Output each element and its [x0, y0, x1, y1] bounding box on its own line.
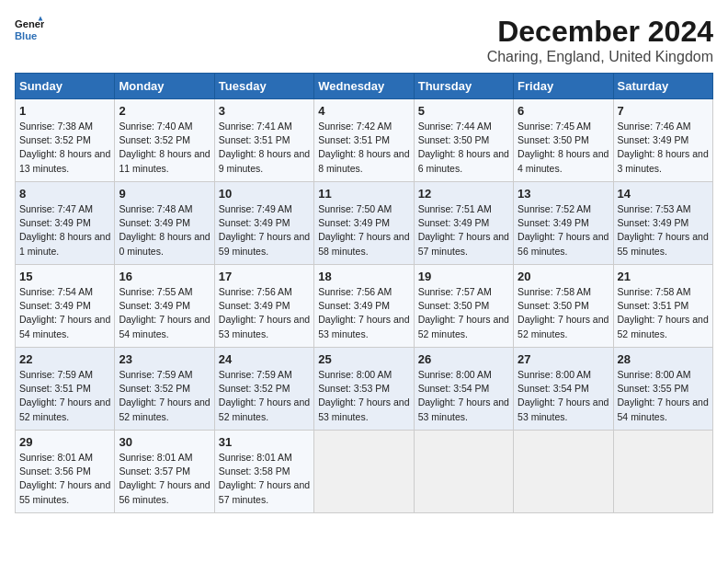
day-info: Sunrise: 7:58 AM Sunset: 3:51 PM Dayligh…: [618, 285, 709, 341]
calendar-cell: 17 Sunrise: 7:56 AM Sunset: 3:49 PM Dayl…: [214, 265, 313, 348]
calendar-week-row: 29 Sunrise: 8:01 AM Sunset: 3:56 PM Dayl…: [16, 431, 713, 513]
logo: General Blue: [15, 15, 44, 44]
sunrise-label: Sunrise: 7:38 AM: [19, 121, 93, 132]
day-info: Sunrise: 7:46 AM Sunset: 3:49 PM Dayligh…: [618, 120, 709, 176]
calendar-cell: 27 Sunrise: 8:00 AM Sunset: 3:54 PM Dayl…: [514, 348, 613, 431]
sunset-label: Sunset: 3:53 PM: [318, 383, 390, 394]
sunrise-label: Sunrise: 7:59 AM: [119, 369, 192, 380]
calendar-cell: 13 Sunrise: 7:52 AM Sunset: 3:49 PM Dayl…: [514, 182, 613, 265]
daylight-label: Daylight: 8 hours and 4 minutes.: [518, 148, 609, 173]
calendar-cell: 22 Sunrise: 7:59 AM Sunset: 3:51 PM Dayl…: [16, 348, 115, 431]
day-info: Sunrise: 8:00 AM Sunset: 3:54 PM Dayligh…: [418, 368, 509, 424]
calendar-cell: 15 Sunrise: 7:54 AM Sunset: 3:49 PM Dayl…: [16, 265, 115, 348]
sunset-label: Sunset: 3:49 PM: [119, 217, 190, 228]
sunset-label: Sunset: 3:52 PM: [119, 383, 190, 394]
daylight-label: Daylight: 8 hours and 6 minutes.: [418, 148, 509, 173]
daylight-label: Daylight: 7 hours and 54 minutes.: [19, 314, 110, 339]
day-info: Sunrise: 8:00 AM Sunset: 3:53 PM Dayligh…: [318, 368, 409, 424]
sunset-label: Sunset: 3:51 PM: [618, 300, 689, 311]
calendar-cell: 7 Sunrise: 7:46 AM Sunset: 3:49 PM Dayli…: [613, 99, 712, 182]
calendar-cell: 4 Sunrise: 7:42 AM Sunset: 3:51 PM Dayli…: [314, 99, 414, 182]
calendar-cell: 20 Sunrise: 7:58 AM Sunset: 3:50 PM Dayl…: [514, 265, 613, 348]
sunrise-label: Sunrise: 7:42 AM: [318, 121, 392, 132]
sunrise-label: Sunrise: 7:41 AM: [219, 121, 292, 132]
calendar-week-row: 22 Sunrise: 7:59 AM Sunset: 3:51 PM Dayl…: [16, 348, 713, 431]
daylight-label: Daylight: 7 hours and 53 minutes.: [318, 396, 409, 421]
daylight-label: Daylight: 8 hours and 1 minute.: [19, 231, 110, 256]
sunset-label: Sunset: 3:57 PM: [119, 465, 190, 477]
calendar-cell: 28 Sunrise: 8:00 AM Sunset: 3:55 PM Dayl…: [613, 348, 712, 431]
sunset-label: Sunset: 3:55 PM: [618, 383, 689, 394]
day-number: 27: [518, 352, 609, 366]
day-number: 14: [618, 187, 709, 201]
sunset-label: Sunset: 3:49 PM: [19, 217, 91, 228]
daylight-label: Daylight: 7 hours and 54 minutes.: [618, 396, 709, 421]
day-number: 15: [19, 270, 110, 283]
header-day-thursday: Thursday: [414, 74, 513, 99]
sunrise-label: Sunrise: 7:58 AM: [618, 286, 691, 297]
day-info: Sunrise: 8:01 AM Sunset: 3:56 PM Dayligh…: [19, 451, 110, 507]
day-number: 3: [219, 104, 310, 118]
day-number: 31: [219, 435, 310, 449]
day-info: Sunrise: 8:01 AM Sunset: 3:58 PM Dayligh…: [219, 451, 310, 507]
calendar-cell: 16 Sunrise: 7:55 AM Sunset: 3:49 PM Dayl…: [115, 265, 214, 348]
day-number: 16: [119, 270, 210, 283]
svg-text:Blue: Blue: [15, 30, 37, 41]
daylight-label: Daylight: 8 hours and 0 minutes.: [119, 231, 210, 256]
day-info: Sunrise: 7:40 AM Sunset: 3:52 PM Dayligh…: [119, 120, 210, 176]
calendar-cell: 8 Sunrise: 7:47 AM Sunset: 3:49 PM Dayli…: [16, 182, 115, 265]
day-number: 26: [418, 352, 509, 366]
calendar-header-row: SundayMondayTuesdayWednesdayThursdayFrid…: [16, 74, 713, 99]
day-number: 10: [219, 187, 310, 201]
day-info: Sunrise: 7:38 AM Sunset: 3:52 PM Dayligh…: [19, 120, 110, 176]
day-number: 25: [318, 352, 409, 366]
sunrise-label: Sunrise: 7:58 AM: [518, 286, 591, 297]
calendar-cell: 5 Sunrise: 7:44 AM Sunset: 3:50 PM Dayli…: [414, 99, 513, 182]
day-number: 28: [618, 352, 709, 366]
daylight-label: Daylight: 7 hours and 52 minutes.: [19, 396, 110, 421]
calendar-cell: 3 Sunrise: 7:41 AM Sunset: 3:51 PM Dayli…: [214, 99, 313, 182]
header-day-saturday: Saturday: [613, 74, 712, 99]
day-number: 12: [418, 187, 509, 201]
day-info: Sunrise: 7:59 AM Sunset: 3:52 PM Dayligh…: [219, 368, 310, 424]
day-number: 23: [119, 352, 210, 366]
header: General Blue December 2024 Charing, Engl…: [15, 15, 713, 65]
sunrise-label: Sunrise: 7:57 AM: [418, 286, 492, 297]
daylight-label: Daylight: 7 hours and 56 minutes.: [518, 231, 609, 256]
sunset-label: Sunset: 3:52 PM: [219, 383, 290, 394]
calendar-table: SundayMondayTuesdayWednesdayThursdayFrid…: [15, 73, 713, 513]
sunrise-label: Sunrise: 8:00 AM: [318, 369, 392, 380]
calendar-cell: 30 Sunrise: 8:01 AM Sunset: 3:57 PM Dayl…: [115, 431, 214, 513]
calendar-week-row: 15 Sunrise: 7:54 AM Sunset: 3:49 PM Dayl…: [16, 265, 713, 348]
calendar-cell: [314, 431, 414, 513]
daylight-label: Daylight: 7 hours and 55 minutes.: [19, 479, 110, 504]
day-info: Sunrise: 7:56 AM Sunset: 3:49 PM Dayligh…: [318, 285, 409, 341]
day-info: Sunrise: 7:59 AM Sunset: 3:52 PM Dayligh…: [119, 368, 210, 424]
sunrise-label: Sunrise: 7:48 AM: [119, 203, 192, 214]
sunrise-label: Sunrise: 7:55 AM: [119, 286, 192, 297]
sunset-label: Sunset: 3:52 PM: [119, 134, 190, 145]
daylight-label: Daylight: 7 hours and 52 minutes.: [219, 396, 310, 421]
day-number: 18: [318, 270, 409, 283]
day-info: Sunrise: 7:53 AM Sunset: 3:49 PM Dayligh…: [618, 202, 709, 259]
calendar-week-row: 1 Sunrise: 7:38 AM Sunset: 3:52 PM Dayli…: [16, 99, 713, 182]
sunset-label: Sunset: 3:49 PM: [318, 300, 390, 311]
location-title: Charing, England, United Kingdom: [487, 49, 713, 65]
day-info: Sunrise: 7:57 AM Sunset: 3:50 PM Dayligh…: [418, 285, 509, 341]
day-number: 29: [19, 435, 110, 449]
calendar-cell: [613, 431, 712, 513]
day-info: Sunrise: 7:41 AM Sunset: 3:51 PM Dayligh…: [219, 120, 310, 176]
calendar-cell: 21 Sunrise: 7:58 AM Sunset: 3:51 PM Dayl…: [613, 265, 712, 348]
day-number: 20: [518, 270, 609, 283]
day-info: Sunrise: 7:49 AM Sunset: 3:49 PM Dayligh…: [219, 202, 310, 259]
day-number: 6: [518, 104, 609, 118]
day-info: Sunrise: 7:50 AM Sunset: 3:49 PM Dayligh…: [318, 202, 409, 259]
daylight-label: Daylight: 7 hours and 53 minutes.: [219, 314, 310, 339]
daylight-label: Daylight: 7 hours and 56 minutes.: [119, 479, 210, 504]
calendar-cell: [514, 431, 613, 513]
calendar-cell: 29 Sunrise: 8:01 AM Sunset: 3:56 PM Dayl…: [16, 431, 115, 513]
sunrise-label: Sunrise: 7:59 AM: [219, 369, 292, 380]
day-info: Sunrise: 7:47 AM Sunset: 3:49 PM Dayligh…: [19, 202, 110, 259]
sunrise-label: Sunrise: 7:56 AM: [318, 286, 392, 297]
daylight-label: Daylight: 7 hours and 58 minutes.: [318, 231, 409, 256]
